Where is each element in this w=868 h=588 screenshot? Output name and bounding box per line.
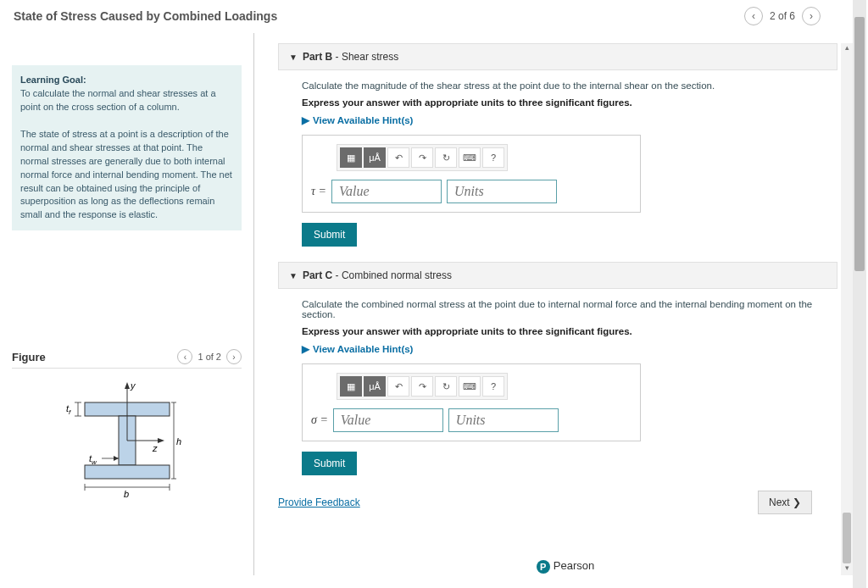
- left-panel: Learning Goal: To calculate the normal a…: [0, 33, 254, 575]
- units-tool-button[interactable]: μÅ: [364, 376, 386, 397]
- caret-down-icon: ▼: [289, 53, 298, 62]
- part-b-subtitle: Shear stress: [342, 51, 398, 63]
- part-c-express: Express your answer with appropriate uni…: [302, 326, 837, 336]
- scroll-thumb[interactable]: [843, 513, 851, 563]
- caret-right-icon: ▶: [302, 343, 309, 355]
- part-b-label: Part B: [303, 51, 332, 63]
- svg-marker-17: [114, 456, 119, 461]
- part-b-symbol: τ =: [311, 185, 326, 198]
- undo-button[interactable]: ↶: [387, 376, 409, 397]
- figure-next-button[interactable]: ›: [226, 349, 242, 364]
- part-c-symbol: σ =: [311, 413, 328, 427]
- part-b-units-input[interactable]: [447, 180, 557, 203]
- provide-feedback-link[interactable]: Provide Feedback: [278, 496, 360, 508]
- learning-goal-text-2: The state of stress at a point is a desc…: [20, 129, 232, 220]
- part-c-value-input[interactable]: [333, 408, 443, 432]
- part-b-block: ▼ Part B - Shear stress Calculate the ma…: [278, 43, 837, 247]
- figure-heading: Figure: [12, 351, 46, 363]
- figure-pager: ‹ 1 of 2 ›: [177, 349, 242, 364]
- pearson-logo-icon: P: [537, 560, 550, 574]
- part-b-hints-link[interactable]: ▶ View Available Hint(s): [302, 114, 413, 126]
- caret-right-icon: ▶: [302, 114, 309, 126]
- part-b-header[interactable]: ▼ Part B - Shear stress: [278, 43, 837, 70]
- part-b-toolbar: ▦ μÅ ↶ ↷ ↻ ⌨ ?: [337, 144, 508, 171]
- part-c-block: ▼ Part C - Combined normal stress Calcul…: [278, 262, 837, 475]
- fraction-tool-button[interactable]: ▦: [340, 147, 362, 168]
- learning-goal-text-1: To calculate the normal and shear stress…: [20, 88, 216, 112]
- top-pager: ‹ 2 of 6 ›: [744, 7, 821, 25]
- window-scrollbar[interactable]: [853, 0, 866, 588]
- axis-y-label: y: [130, 380, 136, 391]
- part-c-answer-box: ▦ μÅ ↶ ↷ ↻ ⌨ ? σ =: [302, 363, 641, 441]
- units-tool-button[interactable]: μÅ: [364, 147, 386, 168]
- redo-button[interactable]: ↷: [411, 147, 433, 168]
- window-scroll-thumb[interactable]: [854, 17, 865, 271]
- redo-button[interactable]: ↷: [411, 376, 433, 397]
- svg-marker-6: [158, 438, 164, 443]
- brand-footer: PPearson: [278, 559, 853, 574]
- dim-h-label: h: [176, 436, 181, 447]
- figure-prev-button[interactable]: ‹: [177, 349, 192, 364]
- figure-page-indicator: 1 of 2: [198, 352, 221, 362]
- part-b-express: Express your answer with appropriate uni…: [302, 97, 837, 108]
- page-indicator: 2 of 6: [770, 10, 795, 22]
- dim-b-label: b: [124, 489, 129, 499]
- caret-down-icon: ▼: [289, 271, 298, 280]
- keyboard-button[interactable]: ⌨: [459, 147, 481, 168]
- keyboard-button[interactable]: ⌨: [459, 376, 481, 397]
- figure-diagram: y z h b tf tw: [12, 377, 242, 504]
- part-c-label: Part C: [303, 269, 332, 281]
- scroll-up-icon[interactable]: ▴: [841, 43, 853, 55]
- part-b-value-input[interactable]: [331, 180, 442, 203]
- part-b-answer-box: ▦ μÅ ↶ ↷ ↻ ⌨ ? τ =: [302, 135, 641, 213]
- dim-tw-label: tw: [89, 453, 97, 466]
- fraction-tool-button[interactable]: ▦: [340, 376, 362, 397]
- reset-button[interactable]: ↻: [435, 376, 457, 397]
- svg-marker-4: [125, 382, 130, 389]
- next-page-button[interactable]: ›: [802, 7, 821, 25]
- part-c-subtitle: Combined normal stress: [342, 269, 452, 281]
- learning-goal-box: Learning Goal: To calculate the normal a…: [12, 65, 242, 230]
- part-c-toolbar: ▦ μÅ ↶ ↷ ↻ ⌨ ?: [337, 373, 508, 400]
- part-b-prompt: Calculate the magnitude of the shear str…: [302, 80, 837, 91]
- part-c-submit-button[interactable]: Submit: [302, 452, 357, 475]
- help-button[interactable]: ?: [482, 376, 504, 397]
- learning-goal-label: Learning Goal:: [20, 75, 86, 85]
- dim-tf-label: tf: [66, 403, 71, 416]
- page-title: State of Stress Caused by Combined Loadi…: [14, 9, 277, 23]
- part-b-submit-button[interactable]: Submit: [302, 223, 357, 247]
- svg-rect-2: [85, 465, 170, 479]
- part-c-header[interactable]: ▼ Part C - Combined normal stress: [278, 262, 837, 289]
- content-scrollbar[interactable]: ▴ ▾: [841, 43, 853, 575]
- part-c-prompt: Calculate the combined normal stress at …: [302, 299, 837, 319]
- reset-button[interactable]: ↻: [435, 147, 457, 168]
- part-c-hints-link[interactable]: ▶ View Available Hint(s): [302, 343, 413, 355]
- axis-z-label: z: [152, 443, 158, 453]
- prev-page-button[interactable]: ‹: [744, 7, 763, 25]
- right-panel: ▴ ▾ ▼ Part B - Shear stress Calculate th…: [254, 33, 868, 575]
- undo-button[interactable]: ↶: [387, 147, 409, 168]
- help-button[interactable]: ?: [482, 147, 504, 168]
- brand-label: Pearson: [554, 559, 594, 572]
- part-c-units-input[interactable]: [448, 408, 559, 432]
- next-button[interactable]: Next ❯: [758, 491, 812, 514]
